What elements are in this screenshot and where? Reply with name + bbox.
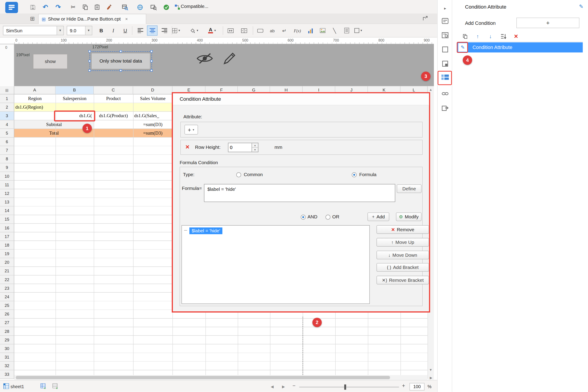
widget-settings-icon[interactable] — [441, 17, 449, 24]
row-header-26[interactable]: 26 — [0, 310, 14, 318]
resize-handle[interactable] — [120, 69, 122, 72]
zoom-slider-thumb[interactable] — [344, 384, 346, 390]
delete-attribute-icon[interactable]: ✕ — [185, 144, 190, 150]
italic-button[interactable]: I — [108, 26, 118, 36]
type-formula-label[interactable]: Formula — [359, 172, 377, 177]
resize-handle[interactable] — [89, 50, 91, 52]
add-grid-sheet-icon[interactable]: + — [41, 384, 47, 390]
font-family-select[interactable]: SimSun ▼ — [3, 26, 64, 35]
delete-condition-icon[interactable]: ✕ — [512, 32, 520, 40]
text-ab-icon[interactable]: ab — [267, 26, 277, 36]
underline-button[interactable]: U — [120, 26, 130, 36]
row-header-14[interactable]: 14 — [0, 206, 14, 215]
cell-A1[interactable]: Region — [14, 94, 56, 103]
collapse-panel-icon[interactable]: ▸ — [441, 4, 449, 12]
unmerge-cells-icon[interactable] — [238, 26, 250, 36]
preview-search-icon[interactable] — [149, 3, 157, 11]
tab-close-icon[interactable]: × — [125, 16, 128, 22]
only-show-total-data-button[interactable]: Only show total data — [91, 53, 150, 69]
subreport-icon[interactable] — [341, 26, 352, 36]
row-header-8[interactable]: 8 — [0, 155, 14, 163]
move-down-button[interactable]: ↓Move Down — [377, 251, 429, 259]
web-preview-icon[interactable] — [136, 3, 144, 11]
row-header-7[interactable]: 7 — [0, 146, 14, 155]
cell-A4-merged[interactable]: Subtotal — [14, 120, 94, 129]
row-header-13[interactable]: 13 — [0, 198, 14, 206]
wrap-text-icon[interactable]: ↵ — [279, 26, 289, 36]
and-label[interactable]: AND — [308, 214, 318, 220]
scroll-right-icon[interactable]: ▶ — [428, 375, 434, 380]
zoom-slider[interactable] — [299, 387, 399, 388]
row-header-12[interactable]: 12 — [0, 189, 14, 198]
undo-icon[interactable]: ↶ — [41, 3, 50, 11]
add-attribute-button[interactable]: +▼ — [184, 125, 198, 134]
resize-handle[interactable] — [89, 69, 91, 72]
chevron-down-icon[interactable]: ▼ — [57, 26, 64, 35]
row-header-2[interactable]: 2 — [0, 103, 14, 112]
panel-edit-pencil-icon[interactable]: ✎ — [579, 4, 583, 10]
or-label[interactable]: OR — [332, 214, 339, 220]
row-header-17[interactable]: 17 — [0, 232, 14, 241]
cell-D1[interactable]: Sales Volume — [133, 94, 172, 103]
resize-handle[interactable] — [120, 50, 122, 52]
row-header-31[interactable]: 31 — [0, 353, 14, 362]
scrollbar-thumb[interactable] — [16, 376, 390, 379]
cut-icon[interactable]: ✂ — [69, 3, 77, 11]
row-header-28[interactable]: 28 — [0, 327, 14, 336]
move-up-button[interactable]: ↑Move Up — [377, 238, 429, 246]
validate-icon[interactable] — [162, 3, 170, 11]
align-left-button[interactable] — [135, 26, 145, 36]
cell-A2[interactable]: ds1.G(Region) — [14, 103, 172, 112]
row-header-3[interactable]: 3 — [0, 112, 14, 120]
column-header-C[interactable]: C — [94, 86, 133, 94]
cell-attribute-icon[interactable] — [441, 46, 449, 53]
row-header-19[interactable]: 19 — [0, 250, 14, 258]
grid-horizontal-scrollbar[interactable] — [14, 375, 428, 380]
prev-sheet-icon[interactable]: ◀ — [271, 384, 274, 388]
row-header-24[interactable]: 24 — [0, 293, 14, 301]
formula-icon[interactable]: F(x) — [291, 26, 304, 36]
chevron-down-icon[interactable]: ▼ — [85, 26, 92, 35]
modify-condition-button[interactable]: ⚙Modify — [396, 212, 421, 221]
report-search-icon[interactable] — [121, 3, 129, 11]
formula-input[interactable]: $label = 'hide' — [204, 184, 395, 202]
type-common-label[interactable]: Common — [244, 172, 263, 177]
row-header-27[interactable]: 27 — [0, 318, 14, 327]
cell-D4[interactable]: =sum(D3) — [133, 120, 172, 129]
row-header-32[interactable]: 32 — [0, 362, 14, 370]
and-radio[interactable] — [301, 215, 306, 220]
condition-list-item[interactable]: $label = 'hide' — [189, 228, 222, 234]
remove-bracket-button[interactable]: ✕)Remove Bracket — [377, 276, 429, 284]
paste-icon[interactable] — [93, 3, 102, 11]
show-widget-button[interactable]: show — [33, 54, 68, 69]
stepper-up-icon[interactable]: ▲ — [252, 143, 258, 148]
app-logo-icon[interactable] — [5, 2, 18, 13]
type-formula-radio[interactable] — [352, 172, 357, 177]
copy-icon[interactable] — [81, 3, 89, 11]
row-header-10[interactable]: 10 — [0, 172, 14, 181]
row-header-23[interactable]: 23 — [0, 284, 14, 293]
condition-list-row[interactable]: ✎ Condition Attribute — [458, 42, 583, 52]
resize-handle[interactable] — [150, 69, 153, 72]
next-sheet-icon[interactable]: ▶ — [282, 384, 285, 388]
selected-widget-wrapper[interactable]: Only show total data — [90, 52, 151, 70]
row-header-20[interactable]: 20 — [0, 258, 14, 267]
row-header-25[interactable]: 25 — [0, 301, 14, 310]
add-condition-button[interactable]: +Add — [368, 212, 389, 221]
copy-condition-icon[interactable] — [461, 32, 469, 40]
format-painter-icon[interactable] — [105, 3, 113, 11]
condition-list[interactable]: ─ $label = 'hide' — [181, 225, 370, 304]
column-header-A[interactable]: A — [14, 86, 56, 94]
row-header-18[interactable]: 18 — [0, 241, 14, 250]
compatibility-icon[interactable] — [173, 3, 182, 11]
row-header-15[interactable]: 15 — [0, 215, 14, 224]
column-header-D[interactable]: D — [133, 86, 172, 94]
sheet-tab[interactable]: sheet1 — [11, 384, 24, 389]
or-radio[interactable] — [326, 215, 330, 220]
resize-handle[interactable] — [150, 60, 153, 62]
paste-format-icon[interactable] — [422, 15, 428, 22]
row-height-input[interactable] — [228, 143, 252, 152]
cell-D5[interactable]: =sum(D3) — [133, 129, 172, 138]
add-bracket-button[interactable]: ( )Add Bracket — [377, 263, 429, 272]
line-icon[interactable]: ╲ — [329, 26, 340, 36]
